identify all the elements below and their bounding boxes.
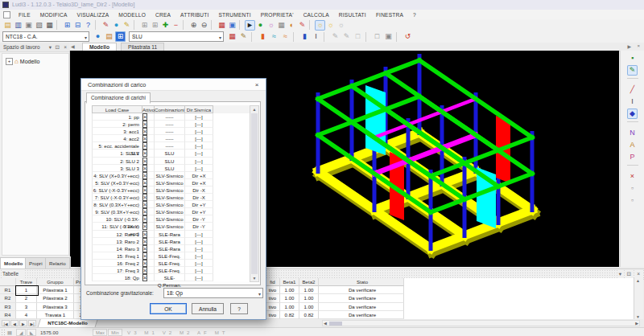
active-checkbox[interactable] [142,142,147,150]
section-i-icon[interactable]: I [627,96,638,107]
col-trave[interactable]: Trave [16,278,37,286]
scroll-right-icon[interactable]: ▶ [635,321,638,326]
load-p-icon[interactable]: P [627,152,638,162]
menu-item[interactable]: RISULTATI [334,12,371,18]
load-case-row[interactable]: 13: Raro 2 SLE-Rara [---] [92,238,255,245]
scroll-up-icon[interactable]: ▲ [636,278,640,283]
colorbar-icon[interactable]: ▮ [258,31,268,42]
active-checkbox[interactable] [142,215,147,223]
load-case-row[interactable]: 1: pp ----- [---] [92,113,255,121]
load-case-row[interactable]: 4: SLV (X+0.3Y+ecc) SLV-Sismico Dir +X [92,172,255,179]
window-split-icon[interactable]: ⊞ [62,20,72,31]
active-checkbox[interactable] [142,128,147,135]
window-view-icon[interactable]: ⊟ [72,20,83,31]
table-row[interactable]: tivo 1.00 1.00 Da verificare [266,303,404,311]
edit-combo-icon[interactable]: ✎ [238,31,249,42]
tree-item-modello[interactable]: ⌂ Modello [6,58,39,65]
col-beta2[interactable]: Beta2 [299,278,319,286]
active-checkbox[interactable] [142,179,147,186]
scroll-up-icon[interactable]: ▲ [250,107,258,112]
menu-item[interactable]: VISUALIZZA [72,12,114,18]
materials-icon[interactable]: ✎ [101,20,111,31]
active-checkbox[interactable] [142,223,147,230]
scroll-down-icon[interactable]: ▼ [250,276,258,281]
tab-scroll-right-icon[interactable]: ▶ [627,43,631,49]
load-case-row[interactable]: 2: SLU 2 SLU [---] [92,158,255,165]
menu-item[interactable]: ATTRIBUTI [175,12,213,18]
table-active-icon[interactable]: ⊞ [115,31,126,42]
delete-icon[interactable]: × [627,171,638,182]
tab-close-icon[interactable]: × [637,43,640,48]
load-case-row[interactable]: 18: Qp SLE-Q.Perman. [---] [92,274,255,281]
col-attivo[interactable]: Attivo [142,105,155,113]
draw-icon[interactable]: ✎ [122,20,132,31]
ok-button[interactable]: OK [150,303,187,314]
grid-add-icon[interactable]: ✚ [160,20,171,31]
design-globe-icon[interactable]: ● [93,31,103,42]
menu-item[interactable]: PROPRIETA' [256,12,299,18]
angle-button-2[interactable]: ◣ [27,329,36,336]
close-icon[interactable]: × [64,43,67,52]
zoom-in-icon[interactable]: ⊕ [188,20,199,31]
tables-vertical-scrollbar[interactable]: ▲ ▼ [634,278,643,319]
load-case-row[interactable]: 3: SLU 3 SLU [---] [92,165,255,172]
dialog-title-bar[interactable]: Combinazioni di carico × [81,79,266,91]
snap-icon[interactable]: ☼ [266,20,276,31]
select-arrow-icon[interactable]: ► [245,20,255,31]
draw-line-icon[interactable]: ╱ [627,84,638,95]
brush-off-icon[interactable]: ✎ [341,31,352,42]
frame-off-icon[interactable]: □ [353,31,363,42]
col-fid[interactable]: fid [266,278,280,286]
min-button[interactable]: Min [108,329,122,336]
first-sheet-button[interactable]: |◀ [2,320,10,326]
table-row[interactable]: tivo 1.00 1.00 Da verificare [266,294,404,302]
col-dir-sismica[interactable]: Dir.Sismica [185,105,213,113]
copy-icon[interactable]: ▣ [23,20,34,31]
table-row[interactable]: tivo 1.00 1.00 Da verificare [266,286,404,294]
combination-combobox[interactable]: SLU [129,31,224,42]
load-case-row[interactable]: 5: SLV (X+0.3Y-ecc) SLV-Sismico Dir +X [92,179,255,186]
dialog-close-icon[interactable]: × [252,80,262,89]
active-checkbox[interactable] [142,194,147,201]
load-case-row[interactable]: 2: perm ----- [---] [92,121,255,128]
menu-item[interactable]: MODELLO [114,12,151,18]
print-preview-icon[interactable]: ▧ [34,20,44,31]
wall-door-icon[interactable]: ▮ [299,31,310,42]
tool-1-icon[interactable]: ▫ [627,183,638,194]
load-case-row[interactable]: 7: SLV (-X-0.3Y-ecc) SLV-Sismico Dir -X [92,194,255,201]
light-off-icon[interactable]: ☼ [336,20,346,31]
open-icon[interactable]: ▤ [2,20,13,31]
load-case-row[interactable]: 12: Raro 1 SLE-Rara [---] [92,231,255,238]
draw-beam-icon[interactable]: ✎ [627,65,638,76]
tool-2-icon[interactable]: ▫ [627,195,638,206]
col-gruppo[interactable]: Gruppo [37,278,74,286]
dialog-tab-combinazione[interactable]: Combinazione di carichi [86,92,151,104]
load-case-row[interactable]: 17: Freq 3 SLE-Freq. [---] [92,267,255,274]
active-checkbox[interactable] [142,165,147,172]
angle-button-1[interactable]: ◢ [16,329,26,336]
active-checkbox[interactable] [142,245,147,252]
last-sheet-button[interactable]: ▶| [28,320,36,326]
horizontal-scrollbar[interactable]: ◀ ▶ [322,320,640,326]
col-combinazioni[interactable]: Combinazioni [155,105,185,113]
load-a-icon[interactable]: A [627,140,638,150]
table-red-icon[interactable]: ▦ [217,20,227,31]
scroll-left-icon[interactable]: ◀ [324,321,327,326]
active-checkbox[interactable] [142,252,147,260]
menu-item[interactable]: ? [408,12,421,18]
expand-icon[interactable] [6,58,13,65]
normative-combobox[interactable]: NTC18 - C.A. [2,31,89,42]
chevron-down-icon[interactable]: ▾ [49,43,52,52]
active-checkbox[interactable] [142,113,147,121]
menu-item[interactable]: CREA [151,12,175,18]
load-case-row[interactable]: 4: acc2 ----- [---] [92,135,255,142]
zoom-out-icon[interactable]: ⊖ [199,20,209,31]
grid-star-icon[interactable]: ⊞ [139,20,150,31]
layers-icon[interactable]: ▤ [7,328,12,336]
render-sphere-icon[interactable]: ● [255,20,266,31]
menu-item[interactable]: FILE [14,12,35,18]
draw-wall-icon[interactable]: ◆ [627,109,638,119]
notes-icon[interactable]: ▤ [104,31,114,42]
globe-icon[interactable]: ● [111,20,122,31]
load-case-row[interactable]: 11: SLV (-0.3X-Y-ecc) SLV-Sismico Dir -Y [92,223,255,230]
